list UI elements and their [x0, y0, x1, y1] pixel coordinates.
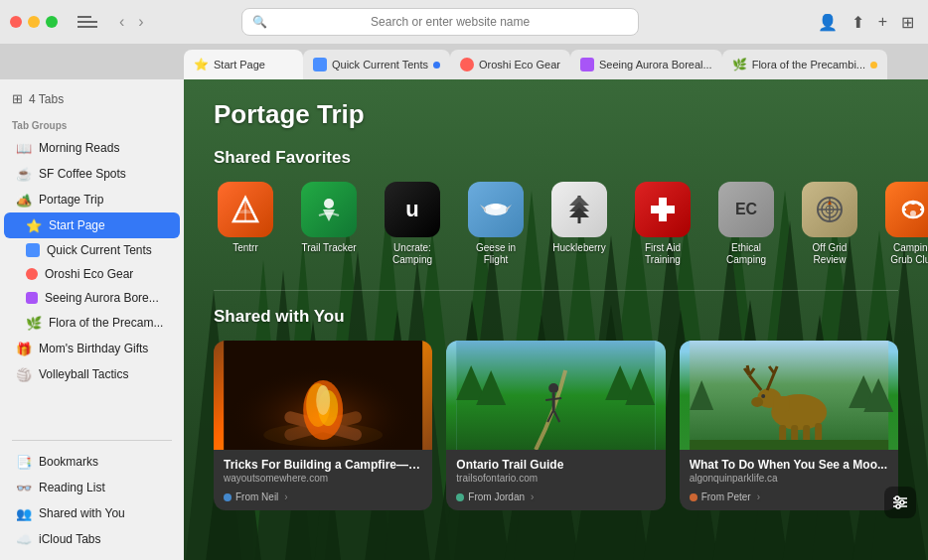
- svg-rect-86: [773, 396, 789, 412]
- shared-card-info-campfire: Tricks For Building a Campfire—F... wayo…: [214, 450, 432, 488]
- shared-card-from-trail[interactable]: From Jordan ›: [446, 488, 665, 510]
- fav-item-huckleberry[interactable]: Huckleberry: [547, 182, 611, 266]
- tab-favicon-flora: 🌿: [732, 58, 747, 71]
- fav-label-tentrr: Tentrr: [232, 242, 258, 254]
- svg-point-92: [751, 397, 763, 407]
- svg-point-39: [324, 199, 334, 209]
- svg-point-57: [910, 210, 916, 216]
- reading-list-icon: 👓: [16, 480, 32, 495]
- share-profiles-button[interactable]: 👤: [814, 11, 842, 34]
- fav-item-geese[interactable]: Geese in Flight: [464, 182, 528, 266]
- sidebar-item-portage-trip[interactable]: 🏕️ Portage Trip: [4, 187, 180, 212]
- main-layout: ⊞ 4 Tabs Tab Groups 📖 Morning Reads ☕ SF…: [0, 79, 928, 560]
- shared-card-from-wildlife[interactable]: From Peter ›: [680, 488, 898, 510]
- tab-favicon-tents: [313, 58, 327, 71]
- portage-trip-icon: 🏕️: [16, 192, 32, 208]
- shared-card-campfire[interactable]: Tricks For Building a Campfire—F... wayo…: [214, 341, 432, 510]
- sidebar-item-seeing-aurora[interactable]: Seeing Aurora Bore...: [4, 286, 180, 310]
- fav-item-uncrate[interactable]: u Uncrate: Camping: [381, 182, 444, 266]
- icloud-icon: ☁️: [16, 531, 32, 547]
- shared-with-you-title: Shared with You: [214, 307, 898, 327]
- svg-point-97: [895, 496, 899, 500]
- maximize-button[interactable]: [46, 16, 58, 28]
- aurora-icon: [26, 292, 38, 304]
- sidebar-item-shared-with-you[interactable]: 👥 Shared with You: [4, 500, 180, 526]
- fav-icon-trail-tracker: [301, 182, 357, 237]
- tab-oroshi[interactable]: Oroshi Eco Gear: [450, 50, 570, 79]
- sidebar-item-flora[interactable]: 🌿 Flora of the Precam...: [4, 310, 180, 336]
- shared-from-dot-jordan: [456, 493, 464, 501]
- fav-label-uncrate: Uncrate: Camping: [383, 242, 442, 266]
- fav-item-off-grid[interactable]: Off Grid Review: [798, 182, 861, 266]
- sidebar-item-label-bookmarks: Bookmarks: [39, 455, 98, 469]
- fav-icon-off-grid: [802, 182, 857, 237]
- tab-label-oroshi: Oroshi Eco Gear: [479, 59, 560, 70]
- oroshi-icon: [26, 268, 38, 280]
- content-inner: Portage Trip Shared Favorites Tentrr: [184, 79, 928, 530]
- tab-aurora[interactable]: Seeing Aurora Boreal...: [570, 50, 722, 79]
- svg-point-98: [900, 500, 904, 504]
- quick-tents-icon: [26, 243, 40, 257]
- sidebar-item-volleyball[interactable]: 🏐 Volleyball Tactics: [4, 361, 180, 387]
- fav-item-camping-grub[interactable]: Camping Grub Club: [881, 182, 928, 266]
- tab-quick-current-tents[interactable]: Quick Current Tents: [303, 50, 450, 79]
- fav-item-trail-tracker[interactable]: Trail Tracker: [297, 182, 361, 266]
- sidebar-item-label-moms-bday: Mom's Birthday Gifts: [39, 342, 148, 355]
- shared-favorites-title: Shared Favorites: [214, 148, 898, 168]
- shared-with-you-grid: Tricks For Building a Campfire—F... wayo…: [214, 341, 898, 510]
- sidebar-item-oroshi-eco[interactable]: Oroshi Eco Gear: [4, 262, 180, 286]
- content-background: Portage Trip Shared Favorites Tentrr: [184, 79, 928, 560]
- shared-card-image-campfire: [214, 341, 432, 450]
- sidebar-item-start-page[interactable]: ⭐ Start Page: [4, 212, 180, 238]
- tab-dot-quick: [433, 62, 440, 69]
- sidebar-item-moms-bday[interactable]: 🎁 Mom's Birthday Gifts: [4, 336, 180, 361]
- favorites-grid: Tentrr Trail Tracker: [214, 182, 898, 266]
- shared-card-trail[interactable]: Ontario Trail Guide trailsofontario.com …: [446, 341, 665, 510]
- moms-bday-icon: 🎁: [16, 341, 32, 356]
- sidebar-item-sf-coffee[interactable]: ☕ SF Coffee Spots: [4, 161, 180, 187]
- tab-label-flora: Flora of the Precambi...: [752, 59, 865, 70]
- fav-item-tentrr[interactable]: Tentrr: [214, 182, 277, 266]
- minimize-button[interactable]: [28, 16, 40, 28]
- svg-point-99: [896, 504, 900, 508]
- new-tab-button[interactable]: +: [874, 11, 891, 33]
- tab-flora[interactable]: 🌿 Flora of the Precambi...: [722, 50, 887, 79]
- fav-item-ethical-camping[interactable]: EC Ethical Camping: [714, 182, 778, 266]
- shared-card-wildlife[interactable]: What To Do When You See a Moo... algonqu…: [680, 341, 898, 510]
- page-title: Portage Trip: [214, 99, 898, 130]
- sidebar-item-quick-current-tents[interactable]: Quick Current Tents: [4, 238, 180, 262]
- sidebar-item-morning-reads[interactable]: 📖 Morning Reads: [4, 135, 180, 161]
- close-button[interactable]: [10, 16, 22, 28]
- volleyball-icon: 🏐: [16, 366, 32, 382]
- address-bar[interactable]: 🔍: [241, 8, 639, 36]
- sidebar-item-label-oroshi: Oroshi Eco Gear: [45, 267, 133, 281]
- tab-overview-button[interactable]: ⊞: [897, 11, 918, 34]
- svg-point-75: [548, 383, 558, 393]
- svg-rect-93: [690, 440, 888, 450]
- fav-icon-tentrr: [218, 182, 273, 237]
- sidebar-item-bookmarks[interactable]: 📑 Bookmarks: [4, 449, 180, 475]
- sidebar-item-label-aurora: Seeing Aurora Bore...: [45, 291, 159, 305]
- sidebar-bottom: 📑 Bookmarks 👓 Reading List 👥 Shared with…: [0, 424, 184, 552]
- fav-icon-uncrate: u: [385, 182, 440, 237]
- sidebar-item-reading-list[interactable]: 👓 Reading List: [4, 475, 180, 500]
- sidebar-item-label-shared-with-you: Shared with You: [39, 506, 125, 520]
- fav-icon-first-aid: [635, 182, 691, 237]
- fav-label-first-aid: First Aid Training: [633, 242, 693, 266]
- traffic-lights: [10, 16, 58, 28]
- sidebar-toggle-button[interactable]: [77, 14, 97, 30]
- customize-start-page-button[interactable]: [884, 487, 916, 518]
- forward-button[interactable]: ›: [132, 11, 149, 33]
- back-button[interactable]: ‹: [113, 11, 130, 33]
- search-input[interactable]: [273, 15, 628, 29]
- sidebar-item-icloud-tabs[interactable]: ☁️ iCloud Tabs: [4, 526, 180, 552]
- tab-start-page[interactable]: ⭐ Start Page: [184, 50, 303, 79]
- flora-icon: 🌿: [26, 315, 42, 331]
- content-area: Portage Trip Shared Favorites Tentrr: [184, 79, 928, 560]
- shared-card-from-label-trail: From Jordan: [468, 491, 525, 502]
- chevron-right-icon-trail: ›: [531, 491, 534, 502]
- fav-item-first-aid[interactable]: First Aid Training: [631, 182, 695, 266]
- share-button[interactable]: ⬆: [848, 11, 868, 34]
- shared-card-from-campfire[interactable]: From Neil ›: [214, 488, 432, 510]
- shared-card-title-campfire: Tricks For Building a Campfire—F...: [224, 458, 422, 472]
